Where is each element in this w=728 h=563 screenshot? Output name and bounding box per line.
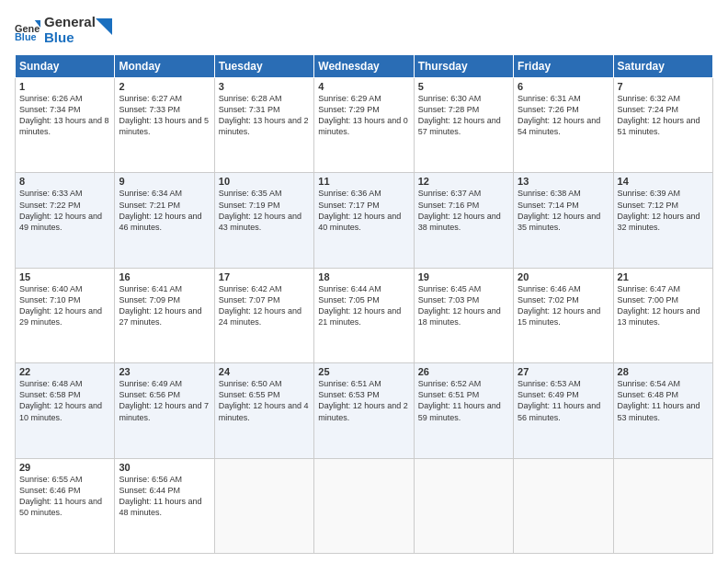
day-detail: Sunrise: 6:40 AMSunset: 7:10 PMDaylight:… (19, 284, 102, 327)
day-number: 28 (618, 366, 709, 377)
day-detail: Sunrise: 6:39 AMSunset: 7:12 PMDaylight:… (618, 189, 700, 231)
day-detail: Sunrise: 6:36 AMSunset: 7:17 PMDaylight:… (318, 189, 401, 231)
day-detail: Sunrise: 6:50 AMSunset: 6:55 PMDaylight:… (219, 379, 309, 421)
calendar-cell: 20 Sunrise: 6:46 AMSunset: 7:02 PMDaylig… (514, 268, 613, 362)
day-detail: Sunrise: 6:32 AMSunset: 7:24 PMDaylight:… (618, 94, 700, 136)
day-number: 1 (19, 81, 110, 92)
calendar-cell: 1 Sunrise: 6:26 AMSunset: 7:34 PMDayligh… (16, 78, 115, 173)
day-detail: Sunrise: 6:46 AMSunset: 7:02 PMDaylight:… (518, 284, 600, 327)
day-detail: Sunrise: 6:53 AMSunset: 6:49 PMDaylight:… (518, 379, 600, 421)
day-number: 6 (518, 81, 609, 92)
logo: General Blue General Blue (15, 15, 112, 45)
day-number: 8 (19, 176, 110, 187)
day-detail: Sunrise: 6:48 AMSunset: 6:58 PMDaylight:… (19, 379, 102, 421)
day-detail: Sunrise: 6:44 AMSunset: 7:05 PMDaylight:… (318, 284, 401, 327)
day-number: 7 (618, 81, 709, 92)
day-number: 21 (618, 271, 709, 282)
day-number: 4 (318, 81, 409, 92)
day-detail: Sunrise: 6:42 AMSunset: 7:07 PMDaylight:… (219, 284, 301, 327)
day-number: 19 (418, 271, 509, 282)
calendar-cell: 15 Sunrise: 6:40 AMSunset: 7:10 PMDaylig… (16, 268, 115, 362)
calendar-cell: 3 Sunrise: 6:28 AMSunset: 7:31 PMDayligh… (214, 78, 313, 173)
day-number: 2 (119, 81, 210, 92)
calendar-cell: 23 Sunrise: 6:49 AMSunset: 6:56 PMDaylig… (115, 363, 214, 458)
day-detail: Sunrise: 6:56 AMSunset: 6:44 PMDaylight:… (119, 475, 201, 517)
calendar-cell (314, 458, 414, 553)
calendar-week-row: 8 Sunrise: 6:33 AMSunset: 7:22 PMDayligh… (16, 173, 713, 268)
day-detail: Sunrise: 6:54 AMSunset: 6:48 PMDaylight:… (618, 379, 700, 421)
day-detail: Sunrise: 6:26 AMSunset: 7:34 PMDaylight:… (19, 94, 109, 136)
calendar-cell: 6 Sunrise: 6:31 AMSunset: 7:26 PMDayligh… (514, 78, 613, 173)
day-number: 30 (119, 462, 210, 473)
calendar-cell (214, 458, 313, 553)
day-number: 23 (119, 366, 210, 377)
day-number: 25 (318, 366, 409, 377)
day-detail: Sunrise: 6:52 AMSunset: 6:51 PMDaylight:… (418, 379, 501, 421)
calendar-cell: 25 Sunrise: 6:51 AMSunset: 6:53 PMDaylig… (314, 363, 414, 458)
day-header-thursday: Thursday (414, 55, 513, 78)
calendar-cell: 11 Sunrise: 6:36 AMSunset: 7:17 PMDaylig… (314, 173, 414, 268)
calendar-cell: 29 Sunrise: 6:55 AMSunset: 6:46 PMDaylig… (16, 458, 115, 553)
calendar-cell: 21 Sunrise: 6:47 AMSunset: 7:00 PMDaylig… (613, 268, 712, 362)
day-number: 14 (618, 176, 709, 187)
day-number: 27 (518, 366, 609, 377)
calendar-cell (613, 458, 712, 553)
day-header-friday: Friday (514, 55, 613, 78)
day-number: 22 (19, 366, 110, 377)
day-number: 11 (318, 176, 409, 187)
calendar-cell: 12 Sunrise: 6:37 AMSunset: 7:16 PMDaylig… (414, 173, 513, 268)
day-detail: Sunrise: 6:31 AMSunset: 7:26 PMDaylight:… (518, 94, 600, 136)
calendar-cell: 28 Sunrise: 6:54 AMSunset: 6:48 PMDaylig… (613, 363, 712, 458)
day-detail: Sunrise: 6:29 AMSunset: 7:29 PMDaylight:… (318, 94, 408, 136)
calendar-week-row: 15 Sunrise: 6:40 AMSunset: 7:10 PMDaylig… (16, 268, 713, 362)
calendar-table: SundayMondayTuesdayWednesdayThursdayFrid… (15, 54, 713, 554)
day-header-saturday: Saturday (613, 55, 712, 78)
day-detail: Sunrise: 6:33 AMSunset: 7:22 PMDaylight:… (19, 189, 102, 231)
day-header-monday: Monday (115, 55, 214, 78)
day-detail: Sunrise: 6:47 AMSunset: 7:00 PMDaylight:… (618, 284, 700, 327)
calendar-cell (514, 458, 613, 553)
svg-marker-3 (96, 18, 112, 35)
day-number: 9 (119, 176, 210, 187)
calendar-week-row: 1 Sunrise: 6:26 AMSunset: 7:34 PMDayligh… (16, 78, 713, 173)
page-header: General Blue General Blue (15, 15, 713, 45)
calendar-cell: 16 Sunrise: 6:41 AMSunset: 7:09 PMDaylig… (115, 268, 214, 362)
day-number: 17 (219, 271, 310, 282)
calendar-cell: 5 Sunrise: 6:30 AMSunset: 7:28 PMDayligh… (414, 78, 513, 173)
day-number: 16 (119, 271, 210, 282)
calendar-cell: 14 Sunrise: 6:39 AMSunset: 7:12 PMDaylig… (613, 173, 712, 268)
calendar-cell: 13 Sunrise: 6:38 AMSunset: 7:14 PMDaylig… (514, 173, 613, 268)
calendar-cell: 17 Sunrise: 6:42 AMSunset: 7:07 PMDaylig… (214, 268, 313, 362)
day-number: 13 (518, 176, 609, 187)
day-detail: Sunrise: 6:55 AMSunset: 6:46 PMDaylight:… (19, 475, 102, 517)
calendar-cell: 30 Sunrise: 6:56 AMSunset: 6:44 PMDaylig… (115, 458, 214, 553)
logo-icon: General Blue (15, 17, 40, 43)
day-number: 12 (418, 176, 509, 187)
calendar-cell: 19 Sunrise: 6:45 AMSunset: 7:03 PMDaylig… (414, 268, 513, 362)
calendar-cell: 22 Sunrise: 6:48 AMSunset: 6:58 PMDaylig… (16, 363, 115, 458)
calendar-cell: 2 Sunrise: 6:27 AMSunset: 7:33 PMDayligh… (115, 78, 214, 173)
day-header-wednesday: Wednesday (314, 55, 414, 78)
day-detail: Sunrise: 6:49 AMSunset: 6:56 PMDaylight:… (119, 379, 209, 421)
calendar-cell: 27 Sunrise: 6:53 AMSunset: 6:49 PMDaylig… (514, 363, 613, 458)
logo-text-general: General (44, 15, 96, 30)
logo-text-blue: Blue (44, 30, 96, 46)
logo-arrow-icon (96, 18, 112, 35)
day-number: 24 (219, 366, 310, 377)
day-number: 10 (219, 176, 310, 187)
day-detail: Sunrise: 6:34 AMSunset: 7:21 PMDaylight:… (119, 189, 201, 231)
day-number: 3 (219, 81, 310, 92)
day-detail: Sunrise: 6:41 AMSunset: 7:09 PMDaylight:… (119, 284, 201, 327)
day-detail: Sunrise: 6:38 AMSunset: 7:14 PMDaylight:… (518, 189, 600, 231)
calendar-cell (414, 458, 513, 553)
calendar-cell: 4 Sunrise: 6:29 AMSunset: 7:29 PMDayligh… (314, 78, 414, 173)
calendar-cell: 18 Sunrise: 6:44 AMSunset: 7:05 PMDaylig… (314, 268, 414, 362)
calendar-week-row: 29 Sunrise: 6:55 AMSunset: 6:46 PMDaylig… (16, 458, 713, 553)
svg-text:Blue: Blue (15, 30, 37, 41)
calendar-header-row: SundayMondayTuesdayWednesdayThursdayFrid… (16, 55, 713, 78)
day-number: 20 (518, 271, 609, 282)
day-detail: Sunrise: 6:37 AMSunset: 7:16 PMDaylight:… (418, 189, 501, 231)
day-number: 15 (19, 271, 110, 282)
day-detail: Sunrise: 6:51 AMSunset: 6:53 PMDaylight:… (318, 379, 408, 421)
calendar-body: 1 Sunrise: 6:26 AMSunset: 7:34 PMDayligh… (16, 78, 713, 554)
